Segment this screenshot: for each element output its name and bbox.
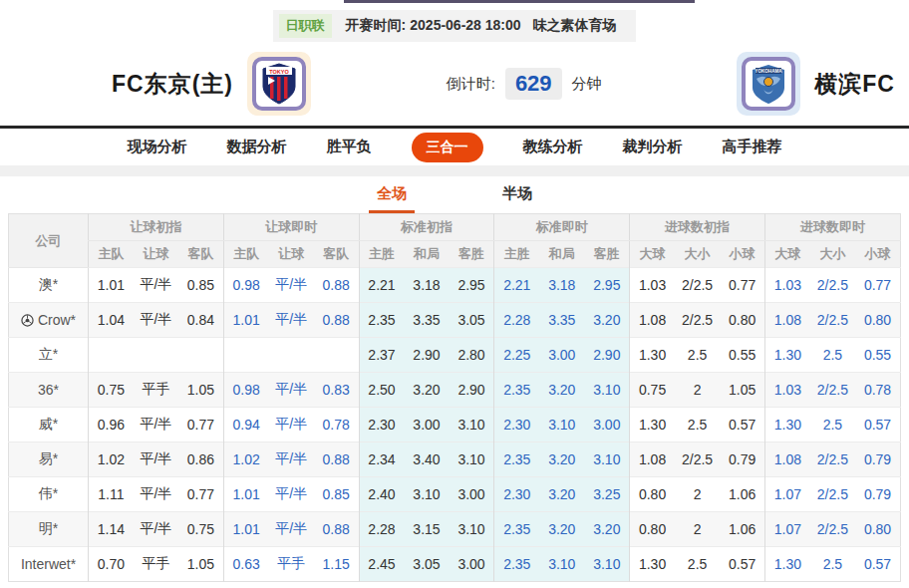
odds-cell — [134, 338, 178, 373]
odds-cell: 2.35 — [494, 442, 539, 477]
odds-cell: 3.15 — [404, 512, 449, 547]
odds-cell: 2 — [675, 477, 720, 512]
sub-header-3-0: 主胜 — [494, 241, 539, 268]
nav-tab-0[interactable]: 现场分析 — [128, 138, 187, 156]
odds-cell: 3.10 — [404, 477, 449, 512]
subtab-0[interactable]: 全场 — [369, 176, 415, 213]
odds-cell: 1.30 — [630, 547, 675, 582]
company-cell[interactable]: 威* — [9, 408, 89, 442]
company-cell[interactable]: 明* — [9, 512, 89, 547]
odds-cell: 2 — [675, 373, 720, 408]
odds-cell: 2 — [675, 512, 720, 547]
odds-cell: 0.94 — [223, 408, 268, 442]
odds-cell: 平手 — [269, 547, 314, 582]
odds-cell: 0.88 — [314, 512, 359, 547]
countdown-value: 629 — [505, 68, 562, 100]
group-header-3: 标准即时 — [494, 214, 630, 241]
odds-cell: 平/半 — [269, 442, 314, 477]
odds-cell: 2/2.5 — [675, 303, 720, 338]
odds-cell: 2/2.5 — [810, 512, 855, 547]
odds-cell: 2.28 — [359, 512, 404, 547]
odds-cell: 0.79 — [855, 442, 900, 477]
nav-tab-4[interactable]: 教练分析 — [523, 138, 583, 156]
odds-cell: 1.30 — [764, 408, 809, 442]
table-row: 伟*1.11平/半0.771.01平/半0.852.403.103.002.30… — [9, 477, 901, 512]
company-name: 易* — [39, 450, 58, 466]
company-cell[interactable]: 伟* — [9, 477, 89, 512]
odds-cell: 1.01 — [223, 512, 268, 547]
company-name: 立* — [39, 346, 58, 362]
odds-cell: 1.01 — [223, 303, 268, 338]
league-badge[interactable]: 日职联 — [279, 14, 332, 38]
odds-cell: 3.10 — [450, 512, 494, 547]
odds-cell: 1.06 — [720, 477, 764, 512]
odds-cell: 2.80 — [450, 338, 494, 373]
table-row: 36*0.75平手1.050.98平/半0.832.503.202.902.35… — [9, 373, 901, 408]
odds-cell: 平/半 — [134, 268, 178, 303]
subtab-1[interactable]: 半场 — [494, 176, 540, 213]
nav-tab-5[interactable]: 裁判分析 — [623, 138, 683, 156]
odds-cell: 0.78 — [855, 373, 900, 408]
odds-cell: 3.10 — [584, 442, 629, 477]
odds-cell: 平/半 — [269, 303, 314, 338]
company-cell[interactable]: Crow* — [9, 303, 89, 338]
odds-cell: 2.35 — [494, 547, 539, 582]
countdown-label: 倒计时: — [447, 75, 495, 94]
away-team-logo: YOKOHAMA — [737, 52, 800, 116]
nav-tab-6[interactable]: 高手推荐 — [723, 138, 782, 156]
odds-cell: 2/2.5 — [675, 442, 720, 477]
sub-header-2-2: 客胜 — [450, 241, 494, 268]
odds-cell: 1.03 — [764, 373, 809, 408]
sub-header-4-0: 大球 — [630, 241, 675, 268]
odds-cell: 0.98 — [223, 373, 268, 408]
odds-cell: 2.90 — [584, 338, 629, 373]
odds-cell: 3.20 — [539, 477, 584, 512]
odds-cell: 3.10 — [450, 442, 494, 477]
odds-cell: 2.34 — [359, 442, 404, 477]
away-team-name: 横滨FC — [814, 69, 895, 100]
company-name: Interwet* — [21, 556, 76, 572]
nav-tab-2[interactable]: 胜平负 — [327, 138, 372, 156]
odds-cell: 2.5 — [675, 338, 720, 373]
odds-cell: 平/半 — [269, 477, 314, 512]
company-cell[interactable]: 澳* — [9, 268, 89, 303]
odds-cell: 0.83 — [314, 373, 359, 408]
analysis-nav: 现场分析数据分析胜平负三合一教练分析裁判分析高手推荐 — [0, 129, 909, 166]
sub-header-0-1: 让球 — [134, 241, 178, 268]
odds-cell: 0.57 — [855, 547, 900, 582]
odds-cell: 1.03 — [630, 268, 675, 303]
nav-tab-1[interactable]: 数据分析 — [227, 138, 287, 156]
odds-cell: 2.35 — [494, 373, 539, 408]
odds-cell: 0.57 — [720, 408, 764, 442]
odds-cell: 3.20 — [539, 373, 584, 408]
section-gap — [0, 166, 909, 176]
company-cell[interactable]: Interwet* — [9, 547, 89, 582]
nav-tab-3[interactable]: 三合一 — [412, 133, 483, 162]
odds-cell: 3.18 — [539, 268, 584, 303]
odds-cell: 平/半 — [269, 512, 314, 547]
odds-cell: 1.08 — [630, 303, 675, 338]
odds-cell: 1.06 — [720, 512, 764, 547]
kickoff-info: 开赛时间:2025-06-28 18:00 味之素体育场 — [346, 17, 621, 35]
company-name: 明* — [39, 520, 58, 536]
company-cell[interactable]: 立* — [9, 338, 89, 373]
odds-cell: 0.75 — [630, 373, 675, 408]
sub-header-0-0: 主队 — [89, 241, 134, 268]
odds-cell: 0.78 — [314, 408, 359, 442]
odds-cell: 1.30 — [630, 338, 675, 373]
odds-cell: 3.20 — [584, 512, 629, 547]
odds-cell: 0.80 — [630, 512, 675, 547]
company-cell[interactable]: 易* — [9, 442, 89, 477]
odds-cell: 3.10 — [539, 547, 584, 582]
odds-cell: 0.77 — [855, 268, 900, 303]
home-team-name: FC东京(主) — [112, 69, 233, 100]
company-cell[interactable]: 36* — [9, 373, 89, 408]
odds-cell: 2.35 — [359, 303, 404, 338]
odds-cell: 1.02 — [223, 442, 268, 477]
table-row: Interwet*0.70平手1.050.63平手1.152.453.053.0… — [9, 547, 901, 582]
odds-cell: 0.63 — [223, 547, 268, 582]
period-tabs: 全场半场 — [0, 176, 909, 213]
odds-cell: 3.10 — [539, 408, 584, 442]
odds-cell: 3.40 — [404, 442, 449, 477]
group-header-2: 标准初指 — [359, 214, 494, 241]
